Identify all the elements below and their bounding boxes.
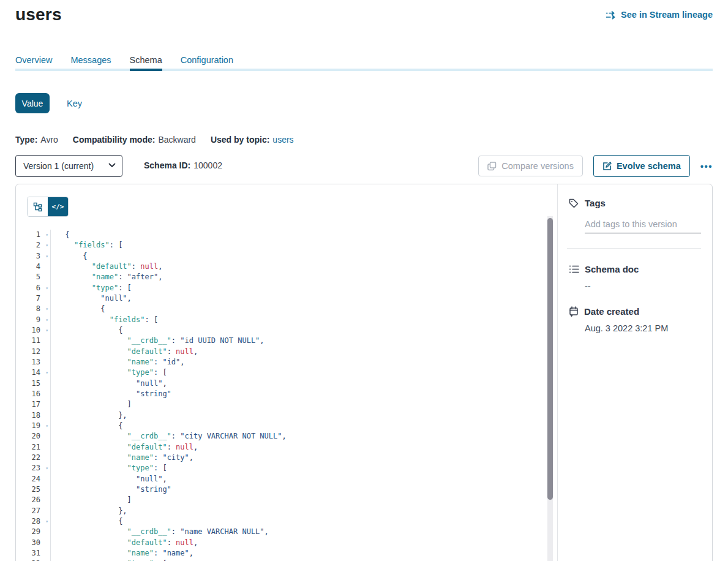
code-line: 32▾ "type": [ xyxy=(16,559,545,561)
fold-arrow-icon[interactable]: ▾ xyxy=(45,367,48,378)
date-created-heading: Date created xyxy=(584,306,639,317)
line-number: 22 xyxy=(32,453,50,463)
code-line: 11 "__crdb__": "id UUID NOT NULL", xyxy=(16,336,545,346)
line-number: 18 xyxy=(32,410,50,421)
line-gutter: 15 xyxy=(16,378,51,389)
tree-view-icon xyxy=(33,202,43,212)
scrollbar-thumb[interactable] xyxy=(547,218,553,500)
code-text: }, xyxy=(51,506,127,516)
edit-icon xyxy=(602,162,612,171)
code-text: }, xyxy=(51,410,127,421)
code-view-icon: </> xyxy=(52,203,64,211)
fold-arrow-icon[interactable]: ▾ xyxy=(45,516,48,527)
code-text: "__crdb__": "city VARCHAR NOT NULL", xyxy=(51,431,287,442)
line-number: 25 xyxy=(32,484,50,495)
compatibility-value: Backward xyxy=(158,135,195,145)
code-text: "name": "city", xyxy=(51,453,193,463)
type-field: Type:Avro xyxy=(15,135,58,145)
tree-view-button[interactable] xyxy=(28,197,48,216)
editor-scrollbar[interactable] xyxy=(547,216,553,561)
code-line: 13 "name": "id", xyxy=(16,357,545,367)
tab-overview[interactable]: Overview xyxy=(15,55,52,65)
line-gutter: 22 xyxy=(16,453,51,463)
fold-arrow-icon[interactable]: ▾ xyxy=(45,240,48,250)
schema-doc-heading: Schema doc xyxy=(585,264,639,274)
code-line: 7 "null", xyxy=(16,293,545,304)
code-text: "type": [ xyxy=(51,463,167,473)
version-select[interactable]: Version 1 (current) xyxy=(15,155,122,177)
compare-versions-button[interactable]: Compare versions xyxy=(478,156,583,176)
key-toggle-link[interactable]: Key xyxy=(67,99,82,108)
code-line: 27 }, xyxy=(16,506,545,516)
sidebar-divider xyxy=(567,248,701,249)
schema-page: users See in Stream lineage OverviewMess… xyxy=(0,0,728,561)
code-line: 15 "null", xyxy=(16,378,545,389)
see-in-stream-lineage-link[interactable]: See in Stream lineage xyxy=(606,10,713,20)
compare-icon xyxy=(487,162,497,171)
code-line: 29 "__crdb__": "name VARCHAR NULL", xyxy=(16,527,545,537)
code-text: "name": "after", xyxy=(51,272,162,282)
fold-arrow-icon[interactable]: ▾ xyxy=(45,283,48,293)
fold-arrow-icon[interactable]: ▾ xyxy=(45,315,48,325)
tags-input[interactable] xyxy=(585,218,701,233)
topic-link[interactable]: users xyxy=(272,135,293,145)
fold-arrow-icon[interactable]: ▾ xyxy=(45,463,48,473)
compatibility-label: Compatibility mode: xyxy=(73,135,156,145)
line-gutter: 28▾ xyxy=(16,516,51,527)
tag-icon xyxy=(569,198,579,208)
code-line: 19▾ { xyxy=(16,421,545,431)
line-gutter: 29 xyxy=(16,527,51,537)
tab-messages[interactable]: Messages xyxy=(70,55,111,65)
line-gutter: 13 xyxy=(16,357,51,367)
line-gutter: 16 xyxy=(16,389,51,399)
used-by-topic-field: Used by topic:users xyxy=(211,135,294,145)
code-view-button[interactable]: </> xyxy=(48,197,68,216)
code-line: 8▾ { xyxy=(16,304,545,314)
code-text: "type": [ xyxy=(51,559,167,561)
line-gutter: 32▾ xyxy=(16,559,51,561)
used-by-topic-label: Used by topic: xyxy=(211,135,269,145)
line-number: 26 xyxy=(32,495,50,505)
code-line: 28▾ { xyxy=(16,516,545,527)
code-text: "null", xyxy=(51,378,167,389)
tab-configuration[interactable]: Configuration xyxy=(181,55,233,65)
line-gutter: 4 xyxy=(16,262,51,272)
evolve-schema-button[interactable]: Evolve schema xyxy=(593,155,690,177)
schema-id-field: Schema ID:100002 xyxy=(144,160,222,170)
line-number: 20 xyxy=(32,431,50,442)
more-options-button[interactable]: ••• xyxy=(700,161,713,171)
code-line: 17 ] xyxy=(16,399,545,410)
code-text: "default": null, xyxy=(51,538,198,548)
code-line: 23▾ "type": [ xyxy=(16,463,545,473)
line-number: 17 xyxy=(32,399,50,410)
line-gutter: 31 xyxy=(16,548,51,559)
line-gutter: 12 xyxy=(16,347,51,357)
code-line: 4 "default": null, xyxy=(16,262,545,272)
schema-panel: </> 1▾ {2▾ "fields": [3▾ {4 "default": n… xyxy=(15,184,713,561)
value-toggle-button[interactable]: Value xyxy=(15,93,50,113)
code-line: 9▾ "fields": [ xyxy=(16,315,545,325)
code-line: 21 "default": null, xyxy=(16,442,545,453)
fold-arrow-icon[interactable]: ▾ xyxy=(45,559,48,561)
fold-arrow-icon[interactable]: ▾ xyxy=(45,325,48,336)
line-gutter: 10▾ xyxy=(16,325,51,336)
line-gutter: 11 xyxy=(16,336,51,346)
line-gutter: 18 xyxy=(16,410,51,421)
code-text: { xyxy=(51,421,122,431)
compare-versions-label: Compare versions xyxy=(501,161,574,171)
code-text: "fields": [ xyxy=(51,315,158,325)
code-text: { xyxy=(51,325,122,336)
fold-arrow-icon[interactable]: ▾ xyxy=(45,251,48,262)
code-text: ] xyxy=(51,495,132,505)
fold-arrow-icon[interactable]: ▾ xyxy=(45,304,48,314)
code-line: 20 "__crdb__": "city VARCHAR NOT NULL", xyxy=(16,431,545,442)
line-gutter: 20 xyxy=(16,431,51,442)
line-gutter: 8▾ xyxy=(16,304,51,314)
line-number: 21 xyxy=(32,442,50,453)
fold-arrow-icon[interactable]: ▾ xyxy=(45,230,48,240)
fold-arrow-icon[interactable]: ▾ xyxy=(45,421,48,431)
line-gutter: 14▾ xyxy=(16,367,51,378)
line-number: 24 xyxy=(32,474,50,484)
tab-schema[interactable]: Schema xyxy=(130,55,162,65)
code-text: "__crdb__": "id UUID NOT NULL", xyxy=(51,336,265,346)
